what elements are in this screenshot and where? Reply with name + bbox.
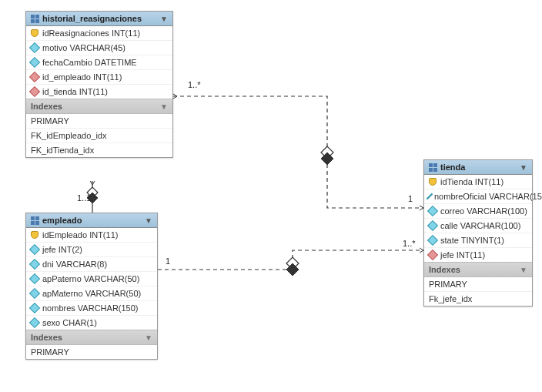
index-row[interactable]: Fk_jefe_idx xyxy=(424,292,532,306)
column-row[interactable]: jefe INT(11) xyxy=(424,248,532,262)
column-row[interactable]: calle VARCHAR(100) xyxy=(424,219,532,233)
table-title: historial_reasignaciones xyxy=(42,14,142,23)
columns-list: idEmpleado INT(11)jefe INT(2)dni VARCHAR… xyxy=(26,228,157,330)
column-label: nombreOficial VARCHAR(150) xyxy=(434,192,542,201)
column-row[interactable]: nombres VARCHAR(150) xyxy=(26,301,157,316)
column-row[interactable]: jefe INT(2) xyxy=(26,243,157,257)
primary-key-icon xyxy=(429,178,437,186)
indexes-list: PRIMARYFK_idEmpleado_idxFK_idTienda_idx xyxy=(26,114,172,157)
column-icon xyxy=(29,259,40,270)
table-title: empleado xyxy=(42,216,82,225)
collapse-icon[interactable]: ▼ xyxy=(520,163,527,172)
column-icon xyxy=(29,273,40,284)
column-label: id_empleado INT(11) xyxy=(42,72,122,82)
column-row[interactable]: idReasignaciones INT(11) xyxy=(26,26,172,41)
column-row[interactable]: id_empleado INT(11) xyxy=(26,70,172,85)
table-icon xyxy=(31,216,39,225)
index-row[interactable]: PRIMARY xyxy=(26,114,172,129)
table-title: tienda xyxy=(440,162,465,172)
table-tienda[interactable]: tienda ▼ idTienda INT(11)nombreOficial V… xyxy=(423,159,533,307)
cardinality-label: 1..* xyxy=(188,80,201,89)
column-label: dni VARCHAR(8) xyxy=(42,260,107,269)
foreign-key-icon xyxy=(29,86,40,97)
columns-list: idReasignaciones INT(11)motivo VARCHAR(4… xyxy=(26,26,172,99)
column-icon xyxy=(29,303,40,313)
table-header[interactable]: empleado ▼ xyxy=(26,213,157,228)
column-label: jefe INT(11) xyxy=(440,250,485,260)
column-row[interactable]: apMaterno VARCHAR(50) xyxy=(26,286,157,301)
column-icon xyxy=(29,317,40,328)
column-row[interactable]: id_tienda INT(11) xyxy=(26,85,172,99)
cardinality-label: 1..* xyxy=(403,239,416,248)
column-row[interactable]: correo VARCHAR(100) xyxy=(424,204,532,219)
column-label: sexo CHAR(1) xyxy=(42,318,97,327)
index-row[interactable]: FK_idEmpleado_idx xyxy=(26,129,172,143)
column-icon xyxy=(427,206,438,216)
column-icon xyxy=(29,57,40,68)
index-row[interactable]: FK_idTienda_idx xyxy=(26,143,172,157)
column-label: jefe INT(2) xyxy=(42,245,82,254)
collapse-icon[interactable]: ▼ xyxy=(145,333,152,342)
column-label: calle VARCHAR(100) xyxy=(440,221,520,230)
index-row[interactable]: PRIMARY xyxy=(26,345,157,359)
primary-key-icon xyxy=(31,29,38,37)
columns-list: idTienda INT(11)nombreOficial VARCHAR(15… xyxy=(424,175,532,262)
column-row[interactable]: fechaCambio DATETIME xyxy=(26,55,172,70)
column-label: state TINYINT(1) xyxy=(440,236,504,245)
collapse-icon[interactable]: ▼ xyxy=(160,102,168,111)
column-row[interactable]: apPaterno VARCHAR(50) xyxy=(26,272,157,286)
indexes-header[interactable]: Indexes ▼ xyxy=(26,330,157,345)
column-icon xyxy=(427,235,438,246)
column-icon xyxy=(427,193,433,199)
column-row[interactable]: idEmpleado INT(11) xyxy=(26,228,157,243)
indexes-header[interactable]: Indexes ▼ xyxy=(424,262,532,277)
cardinality-label: 1 xyxy=(408,194,413,203)
collapse-icon[interactable]: ▼ xyxy=(160,15,168,23)
column-label: motivo VARCHAR(45) xyxy=(42,43,125,52)
column-row[interactable]: state TINYINT(1) xyxy=(424,233,532,248)
column-label: correo VARCHAR(100) xyxy=(440,206,527,216)
erd-canvas: 1..* 1 1..1 1 1..* historial_reasignacio… xyxy=(0,0,542,392)
foreign-key-icon xyxy=(29,72,40,82)
column-icon xyxy=(427,220,438,231)
collapse-icon[interactable]: ▼ xyxy=(145,216,152,225)
column-icon xyxy=(29,42,40,53)
column-label: idReasignaciones INT(11) xyxy=(42,28,140,38)
column-label: nombres VARCHAR(150) xyxy=(42,303,139,313)
cardinality-label: 1 xyxy=(166,256,170,266)
table-header[interactable]: historial_reasignaciones ▼ xyxy=(26,12,172,26)
column-label: idEmpleado INT(11) xyxy=(42,230,118,240)
table-icon xyxy=(31,15,39,23)
column-row[interactable]: dni VARCHAR(8) xyxy=(26,257,157,272)
column-label: idTienda INT(11) xyxy=(440,177,504,186)
column-icon xyxy=(29,288,40,299)
primary-key-icon xyxy=(31,231,38,239)
column-label: fechaCambio DATETIME xyxy=(42,58,137,67)
table-header[interactable]: tienda ▼ xyxy=(424,160,532,175)
column-icon xyxy=(29,244,40,255)
column-label: apMaterno VARCHAR(50) xyxy=(42,289,141,298)
column-row[interactable]: nombreOficial VARCHAR(150) xyxy=(424,189,532,204)
indexes-list: PRIMARYFk_jefe_idx xyxy=(424,277,532,306)
column-row[interactable]: motivo VARCHAR(45) xyxy=(26,41,172,55)
table-icon xyxy=(429,163,437,172)
column-label: id_tienda INT(11) xyxy=(42,87,108,96)
indexes-list: PRIMARY xyxy=(26,345,157,359)
column-label: apPaterno VARCHAR(50) xyxy=(42,274,139,283)
indexes-header[interactable]: Indexes ▼ xyxy=(26,99,172,114)
table-historial-reasignaciones[interactable]: historial_reasignaciones ▼ idReasignacio… xyxy=(25,11,173,158)
column-row[interactable]: sexo CHAR(1) xyxy=(26,316,157,330)
foreign-key-icon xyxy=(427,250,438,260)
collapse-icon[interactable]: ▼ xyxy=(520,266,527,274)
column-row[interactable]: idTienda INT(11) xyxy=(424,175,532,189)
cardinality-label: 1..1 xyxy=(77,193,91,203)
index-row[interactable]: PRIMARY xyxy=(424,277,532,292)
table-empleado[interactable]: empleado ▼ idEmpleado INT(11)jefe INT(2)… xyxy=(25,213,158,360)
